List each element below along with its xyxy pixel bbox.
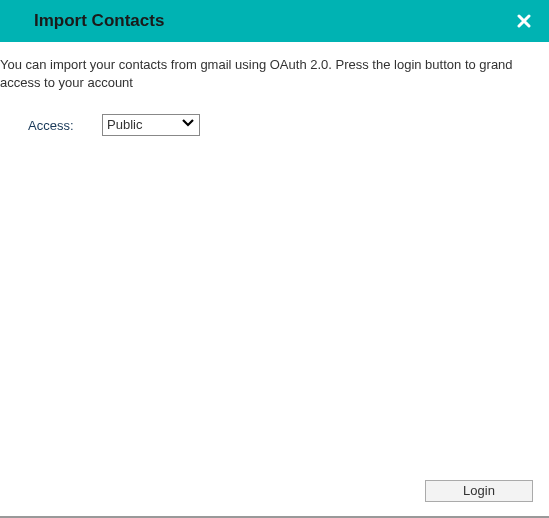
close-icon[interactable]: [513, 10, 535, 32]
access-select[interactable]: Public: [102, 114, 200, 136]
dialog-title: Import Contacts: [34, 11, 164, 31]
access-select-wrap: Public: [102, 114, 200, 136]
dialog-footer: Login: [425, 480, 533, 502]
dialog-body: You can import your contacts from gmail …: [0, 42, 549, 136]
access-row: Access: Public: [0, 114, 549, 136]
login-button[interactable]: Login: [425, 480, 533, 502]
access-label: Access:: [28, 118, 102, 133]
description-text: You can import your contacts from gmail …: [0, 56, 549, 92]
dialog-header: Import Contacts: [0, 0, 549, 42]
